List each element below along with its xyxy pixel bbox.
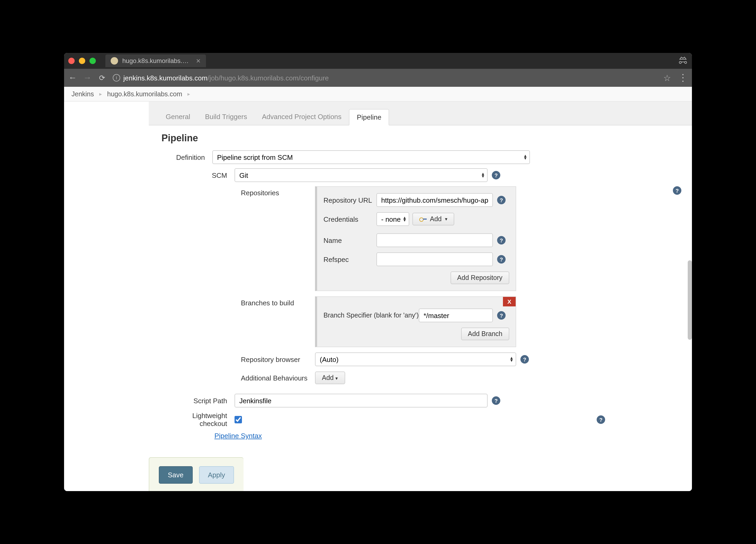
credentials-select[interactable]: - none - (376, 212, 409, 226)
definition-label: Definition (161, 153, 212, 161)
add-repository-button[interactable]: Add Repository (450, 272, 509, 284)
tab-build-triggers[interactable]: Build Triggers (198, 109, 255, 125)
browser-window: hugo.k8s.kumorilabs.com Con ✕ ← → ⟳ i je… (64, 53, 692, 491)
repo-browser-label: Repository browser (241, 355, 315, 363)
left-gutter (64, 102, 149, 491)
tab-advanced-project-options[interactable]: Advanced Project Options (254, 109, 349, 125)
lightweight-checkout-checkbox[interactable] (235, 416, 242, 423)
browser-tabbar: hugo.k8s.kumorilabs.com Con ✕ (64, 53, 692, 69)
browser-tab[interactable]: hugo.k8s.kumorilabs.com Con ✕ (105, 55, 206, 67)
browser-toolbar: ← → ⟳ i jenkins.k8s.kumorilabs.com/job/h… (64, 69, 692, 87)
reload-button[interactable]: ⟳ (99, 74, 105, 82)
repository-box: Repository URL ? Credentials - none - (315, 186, 516, 291)
lightweight-checkout-row: Lightweight checkout ? (175, 412, 679, 428)
definition-select[interactable]: Pipeline script from SCM (212, 150, 530, 164)
name-input[interactable] (376, 234, 493, 247)
repo-browser-group: Repository browser (Auto) ▴▾ ? (241, 352, 679, 366)
bookmark-star-icon[interactable]: ☆ (663, 73, 671, 83)
browser-menu-icon[interactable]: ⋮ (678, 72, 688, 84)
scm-label: SCM (175, 171, 235, 179)
breadcrumb-item[interactable]: Jenkins (71, 90, 94, 98)
branch-specifier-label: Branch Specifier (blank for 'any') (323, 312, 419, 319)
window-controls (68, 58, 96, 64)
help-icon[interactable]: ? (492, 171, 500, 180)
scrollbar[interactable] (688, 261, 692, 340)
help-icon[interactable]: ? (597, 415, 605, 424)
branch-specifier-input[interactable] (419, 308, 493, 322)
repo-url-label: Repository URL (323, 196, 376, 204)
add-branch-button[interactable]: Add Branch (461, 327, 509, 340)
help-icon[interactable]: ? (497, 236, 506, 245)
pipeline-syntax-link[interactable]: Pipeline Syntax (214, 432, 262, 440)
branches-label: Branches to build (241, 296, 315, 307)
branches-group: Branches to build X Branch Specifier (bl… (241, 296, 679, 347)
help-icon[interactable]: ? (497, 255, 506, 264)
credentials-label: Credentials (323, 215, 376, 223)
main-panel: General Build Triggers Advanced Project … (149, 102, 692, 491)
minimize-window-button[interactable] (79, 58, 85, 64)
repositories-group: Repositories Repository URL ? Credential… (241, 186, 679, 291)
add-credentials-button[interactable]: Add ▾ (412, 213, 455, 226)
script-path-input[interactable] (235, 394, 488, 407)
config-tabs: General Build Triggers Advanced Project … (149, 102, 692, 125)
forward-button[interactable]: → (83, 73, 92, 83)
footer-buttons: Save Apply (149, 457, 244, 491)
refspec-label: Refspec (323, 255, 376, 263)
site-info-icon[interactable]: i (113, 74, 120, 82)
help-icon[interactable]: ? (520, 355, 529, 363)
script-path-row: Script Path ? (175, 394, 679, 407)
scm-row: SCM Git ▴▾ ? (175, 168, 679, 182)
favicon-icon (111, 57, 118, 65)
help-icon[interactable]: ? (497, 311, 506, 319)
form-area: Pipeline Definition Pipeline script from… (149, 125, 692, 486)
refspec-input[interactable] (376, 253, 493, 266)
section-title: Pipeline (161, 133, 679, 144)
repositories-label: Repositories (241, 186, 315, 197)
scm-select[interactable]: Git (235, 168, 488, 182)
tab-title: hugo.k8s.kumorilabs.com Con (122, 57, 192, 65)
name-label: Name (323, 236, 376, 244)
maximize-window-button[interactable] (89, 58, 96, 64)
lightweight-checkout-label: Lightweight checkout (175, 412, 235, 428)
tab-general[interactable]: General (158, 109, 198, 125)
add-behaviour-button[interactable]: Add ▾ (315, 371, 345, 384)
back-button[interactable]: ← (68, 73, 77, 83)
breadcrumb: Jenkins ▸ hugo.k8s.kumorilabs.com ▸ (64, 87, 692, 102)
repo-browser-select[interactable]: (Auto) (315, 352, 516, 366)
repo-url-input[interactable] (376, 193, 493, 207)
close-tab-icon[interactable]: ✕ (196, 57, 201, 64)
save-button[interactable]: Save (159, 466, 192, 484)
breadcrumb-item[interactable]: hugo.k8s.kumorilabs.com (107, 90, 182, 98)
pipeline-syntax-row: Pipeline Syntax (214, 432, 679, 440)
chevron-right-icon: ▸ (99, 91, 102, 97)
url-host: jenkins.k8s.kumorilabs.com (123, 74, 208, 82)
additional-behaviours-group: Additional Behaviours Add ▾ (241, 371, 679, 384)
delete-branch-button[interactable]: X (503, 297, 516, 306)
script-path-label: Script Path (175, 397, 235, 404)
additional-behaviours-label: Additional Behaviours (241, 374, 315, 382)
tab-pipeline[interactable]: Pipeline (349, 109, 389, 125)
key-icon (419, 217, 427, 221)
help-icon[interactable]: ? (492, 396, 500, 405)
help-icon[interactable]: ? (497, 196, 506, 204)
nav-arrows: ← → (68, 73, 92, 83)
branch-box: X Branch Specifier (blank for 'any') ? A… (315, 296, 516, 347)
url-bar[interactable]: i jenkins.k8s.kumorilabs.com/job/hugo.k8… (113, 74, 656, 82)
incognito-icon (678, 56, 688, 65)
close-window-button[interactable] (68, 58, 75, 64)
help-icon[interactable]: ? (673, 186, 681, 195)
content-area: General Build Triggers Advanced Project … (64, 102, 692, 491)
url-path: /job/hugo.k8s.kumorilabs.com/configure (208, 74, 329, 82)
definition-row: Definition Pipeline script from SCM ▴▾ (161, 150, 679, 164)
chevron-right-icon: ▸ (187, 91, 190, 97)
apply-button[interactable]: Apply (199, 466, 234, 484)
